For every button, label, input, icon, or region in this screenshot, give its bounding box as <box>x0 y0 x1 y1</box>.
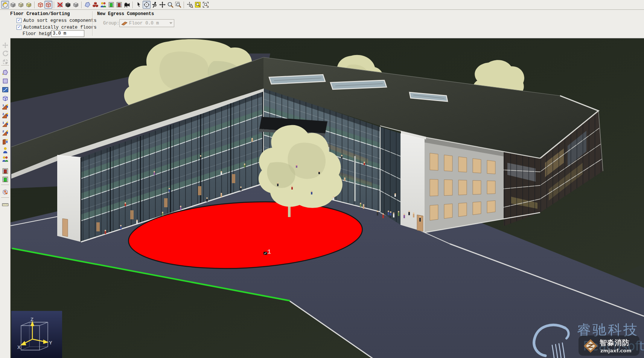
people-icon <box>2 156 9 162</box>
show-hidden-button[interactable] <box>64 1 72 9</box>
sidebar-box-obstruction-tool[interactable] <box>1 94 9 102</box>
floor-icon <box>121 21 128 26</box>
group-label: Group: <box>103 21 119 26</box>
render-solid-button[interactable] <box>9 1 17 9</box>
cube-icon <box>10 2 16 8</box>
tool-sidebar <box>0 38 11 358</box>
auto-sort-egress-checkbox[interactable]: ✓ <box>17 18 21 23</box>
floor-height-input[interactable] <box>51 30 84 37</box>
sidebar-thin-wall-tool[interactable] <box>1 86 9 93</box>
cube-dark-icon <box>65 2 71 8</box>
axis-y-label: Y <box>49 340 52 346</box>
camera-icon <box>124 2 130 8</box>
axis-z-label: Z <box>30 317 33 322</box>
zoom-fit-button[interactable] <box>194 1 202 9</box>
zoom-fit-icon <box>195 2 201 8</box>
rotate-grey-icon <box>2 50 9 57</box>
group-dropdown-value: Floor 0.0 m <box>129 21 166 26</box>
pan-icon <box>159 2 166 8</box>
pan-tool-button[interactable] <box>158 1 166 9</box>
toolbar-separator <box>81 2 82 8</box>
main-toolbar <box>0 0 644 10</box>
hide-objects-button[interactable] <box>56 1 64 9</box>
zoom-target-icon <box>187 2 193 8</box>
door-red-icon <box>2 168 9 174</box>
zoom-box-icon <box>175 2 181 8</box>
ruler-icon <box>2 201 9 208</box>
scene-canvas: 1 Z Y X 睿驰科技 Reachsoft 智淼消防 zmjaxf.com <box>11 38 644 358</box>
sidebar-add-occupant-group-tool[interactable] <box>1 155 9 163</box>
filter-occupants-button[interactable] <box>99 1 107 9</box>
stairs2-icon <box>2 112 9 119</box>
3d-viewport[interactable]: 1 Z Y X 睿驰科技 Reachsoft 智淼消防 zmjaxf.com <box>11 38 644 358</box>
poly-purple-icon <box>2 69 9 76</box>
door-green-icon <box>108 2 114 8</box>
select-tool-button[interactable] <box>135 1 143 9</box>
sidebar-polygon-room-tool[interactable] <box>1 68 9 76</box>
waypoint-label: 1 <box>267 248 271 255</box>
zoom-tool-button[interactable] <box>166 1 174 9</box>
cube-wire-icon <box>45 2 52 8</box>
show-outlines-button[interactable] <box>44 1 52 9</box>
toolbar-separator <box>184 2 184 8</box>
zoom-icon <box>167 2 174 8</box>
sidebar-add-occupant-tool[interactable] <box>1 146 9 154</box>
sidebar-exit-door-tool[interactable] <box>1 175 9 183</box>
sidebar-separator <box>1 185 9 185</box>
door-red-icon <box>116 2 122 8</box>
rect-purple-icon <box>2 78 9 84</box>
roam-tool-button[interactable] <box>151 1 158 9</box>
render-smooth-button[interactable] <box>1 1 9 9</box>
render-flat-button[interactable] <box>17 1 25 9</box>
sphere-arrow-icon <box>2 2 8 8</box>
mirror-icon <box>2 86 9 93</box>
orbit-icon <box>143 2 150 8</box>
ramp2-icon <box>2 130 9 136</box>
waypoint-marker[interactable] <box>263 252 267 255</box>
auto-sort-egress-checkbox-label: Auto sort egress components <box>23 18 96 23</box>
sidebar-measure-tool[interactable] <box>1 200 9 208</box>
zoom-selected-button[interactable] <box>186 1 194 9</box>
unhide-all-button[interactable] <box>72 1 80 9</box>
scale-grey-icon <box>2 58 9 65</box>
group-dropdown[interactable]: Floor 0.0 m <box>119 19 174 27</box>
toolbar-separator <box>54 2 55 8</box>
sidebar-waypoint-tool[interactable] <box>1 188 9 196</box>
doorper-icon <box>2 138 9 145</box>
auto-create-floors-checkbox-label: Automatically create floors <box>23 25 96 30</box>
options-panel: Floor Creation/Sorting ✓Auto sort egress… <box>0 10 644 38</box>
partner-name-text: 智淼消防 <box>599 338 630 347</box>
sidebar-rectangle-room-tool[interactable] <box>1 77 9 85</box>
end-wall <box>57 155 81 242</box>
sidebar-stairs-two-way-tool[interactable] <box>1 112 9 119</box>
sidebar-stairs-one-way-tool[interactable] <box>1 103 9 111</box>
axis-indicator[interactable]: Z Y X <box>11 311 62 358</box>
filter-geometry-button[interactable] <box>84 1 91 9</box>
filter-exits-button[interactable] <box>107 1 115 9</box>
door-green-icon <box>2 176 9 183</box>
ramp1-icon <box>2 121 9 128</box>
sidebar-add-door-occupant-tool[interactable] <box>1 138 9 145</box>
filter-doors-button[interactable] <box>115 1 123 9</box>
auto-create-floors-checkbox[interactable]: ✓ <box>17 25 21 30</box>
panel-divider <box>92 11 93 36</box>
reset-view-button[interactable] <box>202 1 210 9</box>
filter-obstructions-button[interactable] <box>91 1 99 9</box>
poly-blue-icon <box>84 2 91 8</box>
floor-panel-title: Floor Creation/Sorting <box>10 11 70 17</box>
chevron-down-icon <box>169 22 172 24</box>
toolbar-separator <box>34 2 35 8</box>
box3d-icon <box>2 95 9 102</box>
orbit-tool-button[interactable] <box>143 1 151 9</box>
render-textured-button[interactable] <box>25 1 33 9</box>
egress-panel-title: New Egress Components <box>97 11 154 17</box>
show-wireframe-button[interactable] <box>37 1 44 9</box>
zoom-box-tool-button[interactable] <box>174 1 182 9</box>
sidebar-move-tool <box>1 41 9 49</box>
camera-tour-button[interactable] <box>123 1 131 9</box>
sidebar-ramp-one-way-tool[interactable] <box>1 120 9 128</box>
sidebar-ramp-two-way-tool[interactable] <box>1 129 9 137</box>
cube-x-icon <box>57 2 63 8</box>
sidebar-door-tool[interactable] <box>1 167 9 175</box>
runner-icon <box>151 2 158 8</box>
